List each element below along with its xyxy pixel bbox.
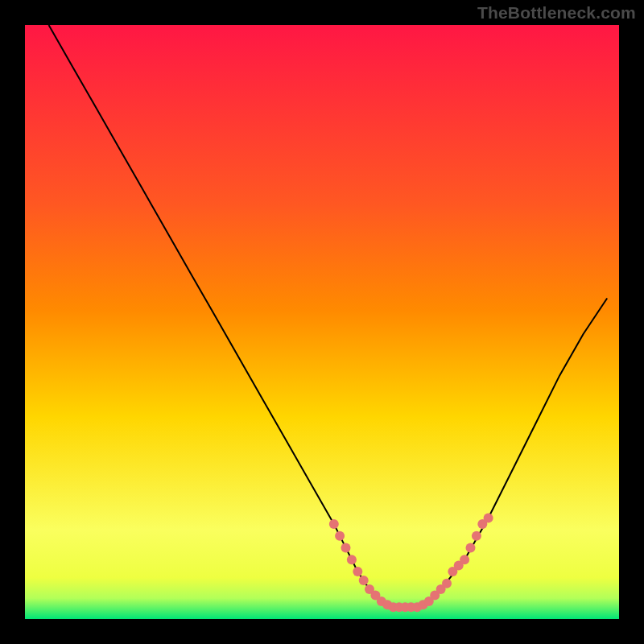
highlight-dot — [484, 514, 493, 523]
highlight-dot — [329, 519, 339, 529]
highlight-dot — [335, 531, 345, 541]
highlight-dot — [442, 579, 452, 588]
chart-frame: TheBottleneck.com — [0, 0, 644, 644]
highlight-dot — [341, 543, 351, 552]
plot-background — [25, 25, 619, 619]
highlight-dot — [359, 576, 369, 585]
watermark-text: TheBottleneck.com — [477, 3, 636, 23]
highlight-dot — [353, 567, 362, 576]
highlight-dot — [472, 531, 481, 541]
bottleneck-curve-plot — [0, 0, 644, 644]
highlight-dot — [460, 555, 469, 564]
highlight-dot — [347, 555, 357, 564]
highlight-dot — [466, 543, 476, 552]
